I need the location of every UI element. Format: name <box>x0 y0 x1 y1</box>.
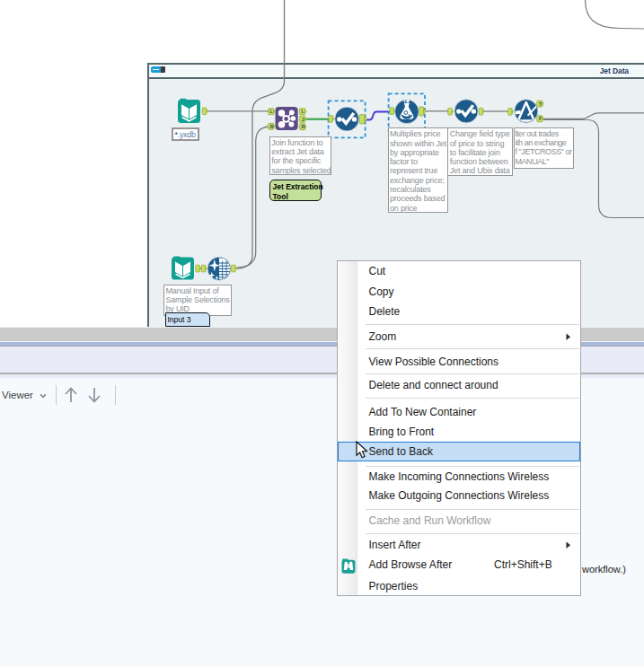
svg-text:F: F <box>539 116 542 121</box>
svg-text:R: R <box>302 124 305 129</box>
svg-text:R: R <box>270 124 274 129</box>
svg-text:J: J <box>302 117 304 122</box>
